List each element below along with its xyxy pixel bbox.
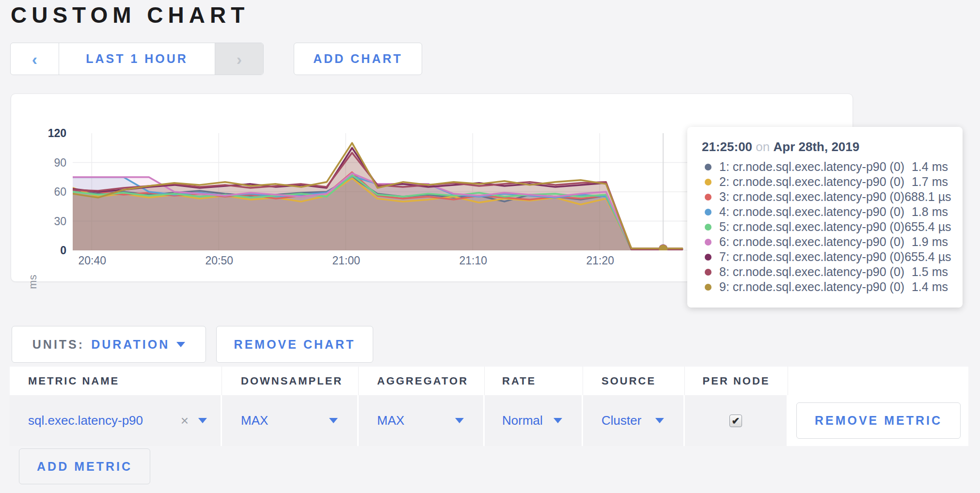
rate-caret-icon[interactable]	[553, 418, 562, 423]
tooltip-on-word: on	[756, 139, 773, 154]
tooltip-series-label: 7: cr.node.sql.exec.latency-p90 (0)	[719, 250, 904, 264]
metrics-table-header: METRIC NAME DOWNSAMPLER AGGREGATOR RATE …	[10, 367, 968, 395]
series-color-dot-icon	[705, 269, 711, 276]
tooltip-header: 21:25:00 on Apr 28th, 2019	[702, 139, 948, 154]
y-axis-tick-label: 90	[28, 156, 66, 169]
downsampler-caret-icon[interactable]	[329, 418, 338, 423]
y-axis-unit-label: ms	[27, 275, 39, 289]
chart-hover-tooltip: 21:25:00 on Apr 28th, 2019 1: cr.node.sq…	[687, 127, 963, 308]
tooltip-series-value: 655.4 µs	[904, 250, 951, 264]
tooltip-series-row: 3: cr.node.sql.exec.latency-p90 (0)688.1…	[702, 189, 948, 204]
column-header-downsampler: DOWNSAMPLER	[222, 367, 359, 395]
y-axis-tick-label: 60	[28, 185, 66, 199]
per-node-checkbox[interactable]: ✔	[729, 415, 742, 427]
column-header-aggregator: AGGREGATOR	[359, 367, 485, 395]
tooltip-series-value: 1.7 ms	[912, 175, 948, 189]
remove-chart-button[interactable]: REMOVE CHART	[216, 326, 373, 363]
column-header-metric-name: METRIC NAME	[10, 367, 222, 395]
column-header-rate: RATE	[485, 367, 583, 395]
x-axis-tick-label: 21:20	[571, 254, 629, 267]
time-range-selector: ‹ LAST 1 HOUR ›	[10, 43, 264, 75]
y-axis-tick-label: 30	[28, 215, 66, 228]
tooltip-series-value: 1.9 ms	[912, 235, 948, 249]
x-axis-tick-label: 20:50	[190, 254, 248, 267]
downsampler-cell: MAX	[222, 395, 359, 446]
tooltip-series-row: 9: cr.node.sql.exec.latency-p90 (0)1.4 m…	[702, 279, 948, 294]
tooltip-series-row: 4: cr.node.sql.exec.latency-p90 (0)1.8 m…	[702, 204, 948, 219]
clear-metric-icon[interactable]: ×	[181, 413, 189, 429]
source-caret-icon[interactable]	[655, 418, 664, 423]
column-header-per-node: PER NODE	[685, 367, 788, 395]
y-axis-tick-label: 120	[28, 127, 66, 140]
downsampler-select[interactable]: MAX	[241, 413, 268, 428]
x-axis-tick-label: 21:00	[317, 254, 375, 267]
tooltip-series-label: 2: cr.node.sql.exec.latency-p90 (0)	[719, 175, 912, 189]
add-chart-button[interactable]: ADD CHART	[294, 43, 422, 75]
page-title: CUSTOM CHART	[11, 2, 249, 28]
tooltip-series-value: 1.4 ms	[912, 280, 948, 294]
time-range-next-button[interactable]: ›	[215, 43, 263, 75]
tooltip-series-label: 8: cr.node.sql.exec.latency-p90 (0)	[719, 265, 912, 279]
chevron-left-icon: ‹	[32, 51, 37, 67]
custom-chart-page: CUSTOM CHART ‹ LAST 1 HOUR › ADD CHART m…	[0, 0, 980, 493]
column-header-source: SOURCE	[583, 367, 685, 395]
metric-name-cell: sql.exec.latency-p90 ×	[10, 395, 222, 446]
source-cell: Cluster	[583, 395, 685, 446]
aggregator-select[interactable]: MAX	[377, 413, 404, 428]
tooltip-series-value: 1.8 ms	[912, 205, 948, 219]
series-color-dot-icon	[705, 224, 711, 231]
tooltip-series-row: 6: cr.node.sql.exec.latency-p90 (0)1.9 m…	[702, 234, 948, 249]
chevron-right-icon: ›	[237, 51, 242, 67]
tooltip-series-label: 3: cr.node.sql.exec.latency-p90 (0)	[719, 190, 904, 204]
chevron-down-icon	[176, 342, 185, 347]
remove-metric-button[interactable]: REMOVE METRIC	[796, 402, 961, 439]
series-color-dot-icon	[705, 254, 711, 261]
tooltip-series-list: 1: cr.node.sql.exec.latency-p90 (0)1.4 m…	[702, 159, 948, 294]
tooltip-series-value: 1.4 ms	[912, 160, 948, 174]
add-metric-button[interactable]: ADD METRIC	[19, 448, 150, 484]
tooltip-series-label: 6: cr.node.sql.exec.latency-p90 (0)	[719, 235, 912, 249]
tooltip-series-row: 8: cr.node.sql.exec.latency-p90 (0)1.5 m…	[702, 264, 948, 279]
aggregator-cell: MAX	[359, 395, 485, 446]
tooltip-series-label: 5: cr.node.sql.exec.latency-p90 (0)	[719, 220, 904, 234]
tooltip-time: 21:25:00	[702, 139, 752, 154]
rate-cell: Normal	[485, 395, 583, 446]
tooltip-series-value: 655.4 µs	[904, 220, 951, 234]
series-color-dot-icon	[705, 284, 711, 291]
aggregator-caret-icon[interactable]	[455, 418, 464, 423]
series-color-dot-icon	[705, 209, 711, 216]
tooltip-series-row: 5: cr.node.sql.exec.latency-p90 (0)655.4…	[702, 219, 948, 234]
tooltip-series-label: 4: cr.node.sql.exec.latency-p90 (0)	[719, 205, 912, 219]
x-axis-tick-label: 20:40	[63, 254, 121, 267]
units-label: UNITS:	[32, 338, 84, 352]
time-range-prev-button[interactable]: ‹	[11, 43, 59, 75]
series-color-dot-icon	[705, 239, 711, 246]
tooltip-series-row: 2: cr.node.sql.exec.latency-p90 (0)1.7 m…	[702, 174, 948, 189]
series-color-dot-icon	[705, 164, 711, 170]
column-header-actions	[788, 367, 968, 395]
tooltip-series-value: 1.5 ms	[912, 265, 948, 279]
time-range-label-button[interactable]: LAST 1 HOUR	[59, 43, 215, 75]
source-select[interactable]: Cluster	[601, 413, 641, 428]
series-color-dot-icon	[705, 194, 711, 200]
metric-name-value[interactable]: sql.exec.latency-p90	[28, 413, 143, 428]
tooltip-series-label: 9: cr.node.sql.exec.latency-p90 (0)	[719, 280, 912, 294]
tooltip-series-row: 1: cr.node.sql.exec.latency-p90 (0)1.4 m…	[702, 159, 948, 174]
per-node-cell: ✔	[685, 395, 788, 446]
metric-dropdown-caret-icon[interactable]	[198, 418, 207, 423]
series-color-dot-icon	[705, 179, 711, 185]
x-axis-tick-label: 21:10	[444, 254, 502, 267]
tooltip-series-label: 1: cr.node.sql.exec.latency-p90 (0)	[719, 160, 912, 174]
units-dropdown[interactable]: UNITS: DURATION	[12, 326, 206, 363]
tooltip-series-row: 7: cr.node.sql.exec.latency-p90 (0)655.4…	[702, 249, 948, 264]
y-axis-tick-label: 0	[28, 244, 66, 257]
tooltip-series-value: 688.1 µs	[904, 190, 951, 204]
units-value: DURATION	[91, 338, 170, 352]
tooltip-date: Apr 28th, 2019	[773, 139, 859, 154]
rate-select[interactable]: Normal	[502, 413, 543, 428]
